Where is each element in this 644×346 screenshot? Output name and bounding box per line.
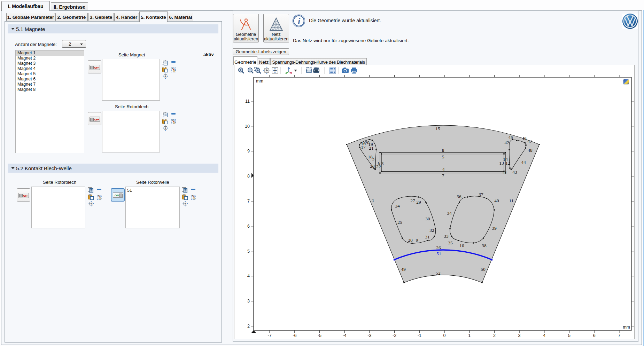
svg-text:24: 24 — [395, 203, 400, 209]
svg-text:22: 22 — [376, 164, 381, 169]
svg-text:15: 15 — [435, 126, 440, 131]
svg-text:30: 30 — [425, 216, 430, 221]
svg-text:23: 23 — [370, 164, 375, 169]
svg-text:49: 49 — [401, 267, 406, 272]
svg-text:-4: -4 — [343, 333, 347, 338]
svg-text:21: 21 — [369, 146, 374, 151]
svg-text:5: 5 — [568, 333, 571, 338]
svg-text:38: 38 — [482, 243, 487, 248]
svg-text:29: 29 — [416, 199, 421, 205]
svg-text:10: 10 — [459, 243, 464, 248]
svg-text:-7: -7 — [268, 333, 272, 338]
svg-text:26: 26 — [436, 245, 441, 250]
svg-text:25: 25 — [397, 220, 402, 225]
svg-text:46: 46 — [522, 136, 527, 141]
svg-text:40: 40 — [494, 198, 499, 203]
svg-text:13: 13 — [499, 160, 504, 166]
svg-text:1: 1 — [372, 198, 374, 203]
svg-text:31: 31 — [425, 234, 430, 239]
svg-text:45: 45 — [508, 135, 513, 140]
svg-text:41: 41 — [502, 170, 507, 175]
svg-text:7: 7 — [442, 173, 444, 178]
svg-text:27: 27 — [410, 198, 415, 203]
svg-text:7: 7 — [618, 333, 620, 338]
svg-text:17: 17 — [361, 144, 366, 150]
svg-text:4: 4 — [247, 274, 250, 278]
svg-text:3: 3 — [247, 299, 250, 304]
svg-text:5: 5 — [442, 154, 444, 159]
svg-text:4: 4 — [442, 167, 445, 172]
svg-text:42: 42 — [504, 140, 509, 145]
svg-text:-3: -3 — [367, 333, 371, 338]
svg-text:44: 44 — [521, 160, 526, 165]
svg-text:52: 52 — [436, 270, 441, 276]
svg-text:0: 0 — [443, 333, 446, 338]
svg-text:9: 9 — [247, 149, 250, 154]
svg-text:2: 2 — [372, 157, 375, 162]
svg-text:50: 50 — [481, 267, 486, 272]
svg-text:32: 32 — [429, 228, 434, 233]
svg-text:mm: mm — [256, 79, 263, 84]
svg-text:-6: -6 — [293, 333, 296, 338]
svg-text:-1: -1 — [418, 333, 421, 338]
svg-text:37: 37 — [479, 192, 483, 197]
svg-text:47: 47 — [527, 139, 532, 144]
svg-text:35: 35 — [448, 240, 453, 245]
svg-text:5: 5 — [247, 249, 250, 254]
svg-text:3: 3 — [518, 333, 521, 338]
svg-text:6: 6 — [247, 224, 250, 229]
svg-text:39: 39 — [492, 226, 497, 231]
svg-text:9: 9 — [416, 237, 418, 243]
svg-text:3: 3 — [381, 161, 384, 166]
svg-text:51: 51 — [436, 251, 441, 256]
svg-text:6: 6 — [593, 333, 596, 338]
svg-text:34: 34 — [447, 211, 452, 216]
svg-text:7: 7 — [247, 199, 250, 204]
svg-text:-5: -5 — [318, 333, 321, 338]
svg-text:33: 33 — [444, 234, 449, 239]
svg-text:2: 2 — [247, 324, 250, 329]
svg-text:12: 12 — [505, 160, 510, 166]
svg-text:4: 4 — [543, 333, 545, 338]
svg-text:-2: -2 — [393, 333, 396, 338]
svg-text:48: 48 — [528, 148, 533, 153]
svg-text:8: 8 — [247, 174, 250, 179]
svg-text:1: 1 — [468, 333, 471, 338]
svg-text:i: i — [298, 16, 301, 26]
svg-text:10: 10 — [245, 124, 250, 129]
svg-text:11: 11 — [245, 99, 250, 104]
svg-text:mm: mm — [623, 325, 630, 330]
svg-text:8: 8 — [442, 148, 444, 153]
svg-text:28: 28 — [408, 237, 413, 243]
svg-text:11: 11 — [509, 198, 514, 203]
svg-text:43: 43 — [512, 170, 517, 175]
svg-text:36: 36 — [457, 194, 461, 199]
svg-text:2: 2 — [493, 333, 496, 338]
